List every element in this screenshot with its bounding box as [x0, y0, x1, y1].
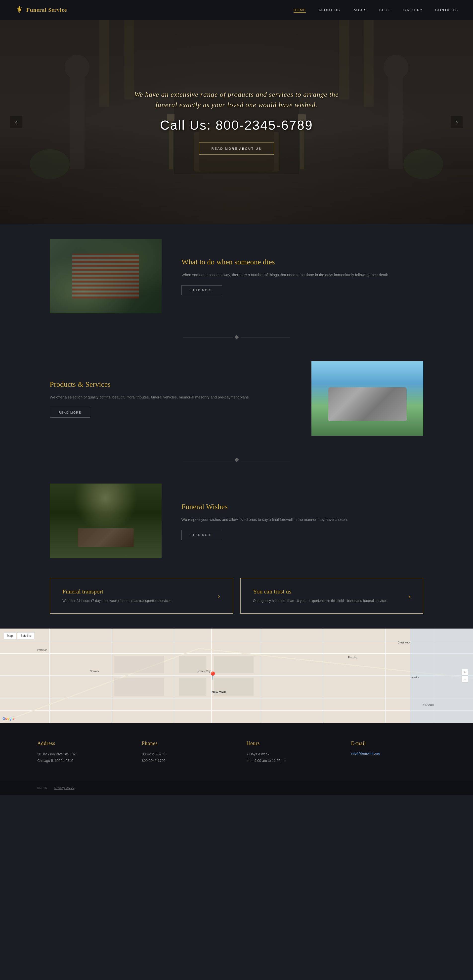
svg-rect-7: [99, 20, 110, 107]
divider-2: [0, 451, 473, 469]
footer-copyright: ©2016: [37, 786, 47, 790]
info-box-transport-desc: We offer 24-hours (7 days per week) fune…: [62, 598, 210, 603]
hero-phone: Call Us: 800-2345-6789: [125, 118, 348, 132]
main-nav: Funeral Service Home About Us Pages Blog…: [0, 0, 473, 20]
map-pin: 📍: [208, 671, 218, 681]
logo-text: Funeral Service: [26, 7, 67, 13]
info-box-trust[interactable]: You can trust us Our agency has more tha…: [240, 578, 424, 614]
svg-text:JFK Airport: JFK Airport: [422, 704, 434, 706]
svg-text:Paterson: Paterson: [37, 649, 47, 651]
footer-hours-days: 7 Days a week: [246, 751, 331, 757]
nav-pages[interactable]: Pages: [353, 8, 367, 12]
site-logo[interactable]: Funeral Service: [15, 5, 294, 15]
read-more-products[interactable]: Read More: [50, 408, 90, 418]
footer-email-col: E-mail info@demolink.org: [351, 740, 436, 764]
nav-blog[interactable]: Blog: [379, 8, 391, 12]
footer-address-col: Address 28 Jackson Blvd Ste 1020 Chicago…: [37, 740, 122, 764]
svg-point-5: [65, 55, 89, 80]
svg-point-0: [18, 11, 21, 13]
svg-rect-38: [214, 656, 254, 673]
feature-desc-wishes: We respect your wishes and allow loved o…: [181, 516, 423, 523]
feature-text-products: Products & Services We offer a selection…: [50, 379, 292, 418]
svg-point-11: [30, 149, 70, 179]
map-btn-map[interactable]: Map: [4, 632, 16, 639]
info-box-trust-arrow: ›: [408, 592, 411, 600]
footer-address-title: Address: [37, 740, 122, 746]
feature-text-wishes: Funeral Wishes We respect your wishes an…: [181, 502, 423, 540]
svg-text:Great Neck: Great Neck: [398, 641, 411, 644]
feature-desc-products: We offer a selection of quality coffins,…: [50, 394, 292, 401]
feature-products: Products & Services We offer a selection…: [0, 346, 473, 451]
map-zoom-controls: + −: [462, 669, 468, 682]
hero-prev-button[interactable]: ‹: [10, 116, 22, 128]
divider-line-right-2: [241, 460, 290, 460]
nav-home[interactable]: Home: [294, 8, 306, 13]
feature-title-what-to-do: What to do when someone dies: [181, 257, 423, 267]
svg-point-6: [384, 55, 408, 80]
svg-text:Jamaica: Jamaica: [410, 676, 419, 679]
nav-contacts[interactable]: Contacts: [435, 8, 458, 12]
svg-text:Newark: Newark: [90, 670, 99, 673]
svg-rect-9: [339, 20, 349, 100]
svg-text:Flushing: Flushing: [348, 656, 357, 659]
footer-hours-title: Hours: [246, 740, 331, 746]
feature-title-products: Products & Services: [50, 379, 292, 389]
svg-rect-10: [363, 20, 374, 107]
nav-about[interactable]: About Us: [318, 8, 340, 12]
footer-email-link[interactable]: info@demolink.org: [351, 751, 380, 756]
footer-phones-title: Phones: [142, 740, 227, 746]
divider-diamond-2: [234, 458, 239, 462]
svg-point-12: [403, 149, 443, 179]
svg-rect-37: [179, 678, 206, 696]
footer-bottom: ©2016 Privacy Policy: [0, 781, 473, 795]
footer-privacy-link[interactable]: Privacy Policy: [54, 786, 75, 790]
nav-links-list: Home About Us Pages Blog Gallery Contact…: [294, 8, 458, 12]
info-box-transport[interactable]: Funeral transport We offer 24-hours (7 d…: [50, 578, 233, 614]
svg-rect-41: [114, 678, 164, 696]
hero-section: ‹ We have an extensive range of products…: [0, 20, 473, 224]
divider-line-left-2: [183, 460, 233, 460]
footer-address-line2: Chicago IL 60604-2340: [37, 757, 122, 764]
svg-rect-3: [70, 70, 84, 169]
feature-image-funeral: [50, 239, 162, 313]
info-box-transport-arrow: ›: [218, 592, 220, 600]
feature-desc-what-to-do: When someone passes away, there are a nu…: [181, 272, 423, 278]
read-more-what-to-do[interactable]: Read More: [181, 285, 222, 295]
nav-gallery[interactable]: Gallery: [403, 8, 423, 12]
footer-hours-time: from 9:00 am to 11:00 pm: [246, 757, 331, 764]
info-box-trust-desc: Our agency has more than 10 years experi…: [253, 598, 401, 603]
info-boxes-section: Funeral transport We offer 24-hours (7 d…: [0, 573, 473, 628]
map-background: Jersey City New York Newark Flushing Pat…: [0, 628, 473, 723]
svg-rect-40: [114, 656, 164, 673]
map-zoom-in[interactable]: +: [462, 669, 468, 676]
footer-hours-col: Hours 7 Days a week from 9:00 am to 11:0…: [246, 740, 331, 764]
map-section: Jersey City New York Newark Flushing Pat…: [0, 628, 473, 723]
hero-next-button[interactable]: ›: [451, 116, 463, 128]
map-zoom-out[interactable]: −: [462, 676, 468, 682]
divider-diamond: [234, 335, 239, 339]
footer-phone1: 800-2345-6789;: [142, 751, 227, 757]
footer-address-line1: 28 Jackson Blvd Ste 1020: [37, 751, 122, 757]
svg-rect-8: [124, 20, 134, 100]
info-box-trust-title: You can trust us: [253, 588, 401, 595]
lily-icon: [15, 5, 24, 15]
map-controls: Map Satellite: [4, 632, 34, 639]
hero-cta-button[interactable]: Read More About Us: [199, 143, 275, 155]
feature-what-to-do: What to do when someone dies When someon…: [0, 224, 473, 328]
footer-phone2: 800-2945-6790: [142, 757, 227, 764]
feature-image-coffin: [311, 361, 423, 436]
hero-content: We have an extensive range of products a…: [125, 89, 348, 155]
feature-title-wishes: Funeral Wishes: [181, 502, 423, 511]
main-content: What to do when someone dies When someon…: [0, 224, 473, 795]
read-more-wishes[interactable]: Read More: [181, 530, 222, 540]
info-box-transport-title: Funeral transport: [62, 588, 210, 595]
footer-info: Address 28 Jackson Blvd Ste 1020 Chicago…: [0, 723, 473, 781]
info-box-transport-text: Funeral transport We offer 24-hours (7 d…: [62, 588, 210, 603]
info-box-trust-text: You can trust us Our agency has more tha…: [253, 588, 401, 603]
feature-text-what-to-do: What to do when someone dies When someon…: [181, 257, 423, 296]
hero-tagline: We have an extensive range of products a…: [125, 89, 348, 110]
divider-1: [0, 328, 473, 346]
footer-email-title: E-mail: [351, 740, 436, 746]
map-btn-satellite[interactable]: Satellite: [17, 632, 34, 639]
feature-image-bench: [50, 484, 162, 558]
